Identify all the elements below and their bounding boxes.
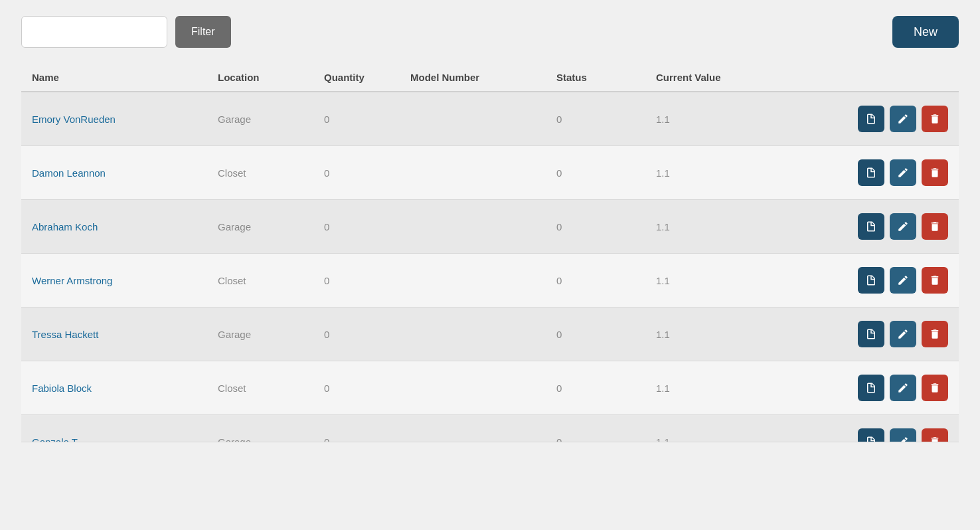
cell-quantity: 0 bbox=[324, 329, 410, 340]
toolbar-left: Filter bbox=[21, 16, 231, 48]
cell-location: Garage bbox=[218, 114, 324, 125]
cell-current-value: 1.1 bbox=[656, 114, 776, 125]
col-header-model-number: Model Number bbox=[410, 72, 556, 83]
trash-icon bbox=[929, 221, 941, 232]
edit-icon bbox=[897, 113, 909, 125]
col-header-name: Name bbox=[32, 72, 218, 83]
edit-icon bbox=[897, 167, 909, 179]
cell-quantity: 0 bbox=[324, 436, 410, 443]
document-icon bbox=[865, 274, 877, 286]
cell-name: Gonzalo T... bbox=[32, 436, 218, 443]
cell-actions bbox=[776, 375, 948, 401]
cell-status: 0 bbox=[556, 114, 656, 125]
edit-button[interactable] bbox=[890, 106, 916, 132]
doc-button[interactable] bbox=[858, 428, 884, 442]
doc-button[interactable] bbox=[858, 267, 884, 294]
cell-status: 0 bbox=[556, 329, 656, 340]
doc-button[interactable] bbox=[858, 106, 884, 132]
cell-location: Garage bbox=[218, 221, 324, 232]
cell-quantity: 0 bbox=[324, 275, 410, 286]
edit-button[interactable] bbox=[890, 213, 916, 240]
delete-button[interactable] bbox=[922, 267, 948, 294]
table-header: Name Location Quantity Model Number Stat… bbox=[21, 66, 959, 92]
cell-location: Garage bbox=[218, 329, 324, 340]
cell-current-value: 1.1 bbox=[656, 329, 776, 340]
document-icon bbox=[865, 221, 877, 232]
edit-icon bbox=[897, 382, 909, 394]
cell-name: Emory VonRueden bbox=[32, 114, 218, 125]
cell-quantity: 0 bbox=[324, 221, 410, 232]
trash-icon bbox=[929, 113, 941, 125]
toolbar: Filter New bbox=[21, 16, 959, 48]
delete-button[interactable] bbox=[922, 159, 948, 186]
table-row: Werner Armstrong Closet 0 0 1.1 bbox=[21, 254, 959, 308]
cell-name: Tressa Hackett bbox=[32, 329, 218, 340]
trash-icon bbox=[929, 167, 941, 179]
cell-current-value: 1.1 bbox=[656, 167, 776, 179]
trash-icon bbox=[929, 382, 941, 394]
cell-status: 0 bbox=[556, 436, 656, 443]
document-icon bbox=[865, 113, 877, 125]
trash-icon bbox=[929, 436, 941, 442]
edit-button[interactable] bbox=[890, 321, 916, 347]
edit-button[interactable] bbox=[890, 428, 916, 442]
cell-status: 0 bbox=[556, 167, 656, 179]
document-icon bbox=[865, 436, 877, 442]
cell-actions bbox=[776, 428, 948, 442]
document-icon bbox=[865, 167, 877, 179]
delete-button[interactable] bbox=[922, 428, 948, 442]
col-header-quantity: Quantity bbox=[324, 72, 410, 83]
cell-name: Abraham Koch bbox=[32, 221, 218, 232]
cell-location: Closet bbox=[218, 167, 324, 179]
filter-button[interactable]: Filter bbox=[175, 16, 231, 48]
table-body: Emory VonRueden Garage 0 0 1.1 Da bbox=[21, 92, 959, 442]
document-icon bbox=[865, 382, 877, 394]
table-row: Tressa Hackett Garage 0 0 1.1 bbox=[21, 308, 959, 361]
cell-name: Fabiola Block bbox=[32, 383, 218, 394]
cell-current-value: 1.1 bbox=[656, 436, 776, 443]
cell-location: Closet bbox=[218, 275, 324, 286]
cell-actions bbox=[776, 159, 948, 186]
cell-location: Garage bbox=[218, 436, 324, 443]
col-header-status: Status bbox=[556, 72, 656, 83]
cell-actions bbox=[776, 321, 948, 347]
edit-button[interactable] bbox=[890, 159, 916, 186]
delete-button[interactable] bbox=[922, 106, 948, 132]
cell-actions bbox=[776, 106, 948, 132]
cell-actions bbox=[776, 213, 948, 240]
doc-button[interactable] bbox=[858, 375, 884, 401]
cell-quantity: 0 bbox=[324, 167, 410, 179]
page-container: Filter New Name Location Quantity Model … bbox=[0, 0, 980, 458]
delete-button[interactable] bbox=[922, 213, 948, 240]
trash-icon bbox=[929, 328, 941, 340]
document-icon bbox=[865, 328, 877, 340]
table-row: Emory VonRueden Garage 0 0 1.1 bbox=[21, 92, 959, 146]
doc-button[interactable] bbox=[858, 321, 884, 347]
doc-button[interactable] bbox=[858, 213, 884, 240]
edit-icon bbox=[897, 274, 909, 286]
cell-status: 0 bbox=[556, 275, 656, 286]
table-row: Damon Leannon Closet 0 0 1.1 bbox=[21, 146, 959, 200]
col-header-current-value: Current Value bbox=[656, 72, 776, 83]
edit-icon bbox=[897, 436, 909, 442]
cell-status: 0 bbox=[556, 383, 656, 394]
doc-button[interactable] bbox=[858, 159, 884, 186]
col-header-actions bbox=[776, 72, 948, 83]
search-input[interactable] bbox=[21, 16, 167, 48]
cell-current-value: 1.1 bbox=[656, 221, 776, 232]
cell-quantity: 0 bbox=[324, 114, 410, 125]
edit-button[interactable] bbox=[890, 375, 916, 401]
cell-status: 0 bbox=[556, 221, 656, 232]
edit-icon bbox=[897, 221, 909, 232]
cell-quantity: 0 bbox=[324, 383, 410, 394]
cell-name: Werner Armstrong bbox=[32, 275, 218, 286]
table-row: Gonzalo T... Garage 0 0 1.1 bbox=[21, 415, 959, 442]
table-container: Name Location Quantity Model Number Stat… bbox=[21, 66, 959, 442]
table-row: Abraham Koch Garage 0 0 1.1 bbox=[21, 200, 959, 254]
cell-actions bbox=[776, 267, 948, 294]
delete-button[interactable] bbox=[922, 321, 948, 347]
delete-button[interactable] bbox=[922, 375, 948, 401]
edit-button[interactable] bbox=[890, 267, 916, 294]
new-button[interactable]: New bbox=[892, 16, 959, 48]
col-header-location: Location bbox=[218, 72, 324, 83]
